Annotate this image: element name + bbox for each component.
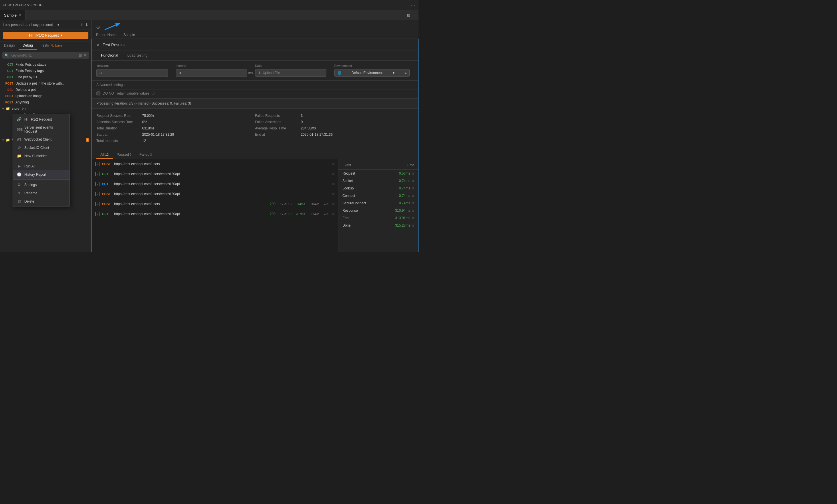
- clear-search-icon[interactable]: ✕: [84, 53, 87, 57]
- req-item-1[interactable]: ✓ GET https://rest.echoapi.com/users/ech…: [92, 169, 338, 179]
- req-item-3[interactable]: ✓ POST https://rest.echoapi.com/users/ec…: [92, 189, 338, 199]
- ctx-ws-client[interactable]: WS WebSocket Client: [13, 135, 70, 144]
- tab-all[interactable]: All12: [96, 151, 113, 159]
- stat-value: 0%: [142, 120, 147, 124]
- cloud-up-icon[interactable]: ⬆: [81, 23, 84, 27]
- tab-load-testing[interactable]: Load testing: [123, 51, 152, 60]
- add-icon[interactable]: ⊕: [96, 24, 100, 30]
- timing-copy-2[interactable]: ⧉: [412, 187, 414, 190]
- ctx-delete[interactable]: 🗑 Delete: [13, 197, 70, 205]
- tab-design[interactable]: Design: [0, 41, 19, 50]
- search-input[interactable]: [11, 53, 77, 57]
- method-badge: GET: [3, 76, 13, 79]
- req-item-0[interactable]: ✓ POST https://rest.echoapi.com/users ⧉: [92, 159, 338, 169]
- ctx-new-subfolder[interactable]: 📁 New Subfolder: [13, 152, 70, 160]
- req-method-0: POST: [102, 162, 112, 166]
- breadcrumb-chevron[interactable]: ▾: [57, 23, 59, 27]
- cloud-down-icon[interactable]: ⬇: [85, 23, 88, 27]
- upload-file-button[interactable]: ⬆ Upload File: [255, 69, 327, 77]
- timing-copy-3[interactable]: ⧉: [412, 194, 414, 198]
- ctx-settings[interactable]: ⚙ Settings: [13, 181, 70, 189]
- env-selector[interactable]: 🌐 Default Environment ▾ ≡: [334, 69, 410, 77]
- tab-debug[interactable]: Debug: [19, 41, 37, 50]
- filter-icon[interactable]: ⊞: [79, 53, 82, 57]
- ctx-socketio-client[interactable]: ⊙ Socket.IO Client: [13, 144, 70, 152]
- tab-load-testing-label: Load testing: [127, 53, 148, 57]
- tree-item-2[interactable]: GET Find pet by ID: [0, 74, 91, 80]
- req-url-5: https://rest.echoapi.com/users/echo%20ap…: [114, 212, 267, 216]
- tab-tests[interactable]: Tests No Limits: [37, 41, 67, 50]
- req-duration-5: 207ms: [296, 212, 305, 216]
- tree-item-5[interactable]: POST uploads an image: [0, 93, 91, 99]
- timing-copy-5[interactable]: ⧉: [412, 209, 414, 212]
- timing-copy-4[interactable]: ⧉: [412, 201, 414, 205]
- timing-copy-6[interactable]: ⧉: [412, 216, 414, 220]
- do-not-retain-checkbox[interactable]: [96, 91, 101, 95]
- http-request-button[interactable]: HTTP1/2 Request ▾: [3, 32, 88, 39]
- req-method-1: GET: [102, 172, 112, 176]
- ctx-run-icon: ▶: [17, 164, 21, 168]
- req-item-5[interactable]: ✓ GET https://rest.echoapi.com/users/ech…: [92, 209, 338, 219]
- app-title: ECHOAPI FOR VS CODE: [3, 3, 42, 7]
- breadcrumb-part2[interactable]: Lucy personal ...: [31, 23, 56, 27]
- copy-icon-3[interactable]: ⧉: [332, 192, 335, 196]
- req-method-2: PUT: [102, 182, 112, 186]
- req-check-2: ✓: [95, 182, 100, 186]
- tree-item-6[interactable]: POST Anything: [0, 99, 91, 106]
- ctx-http-request[interactable]: 🔗 HTTP1/2 Request: [13, 115, 70, 124]
- advanced-settings-row: Advanced settings: [92, 80, 418, 89]
- timing-copy-7[interactable]: ⧉: [412, 224, 414, 227]
- tree-item-4[interactable]: DEL Deletes a pet: [0, 87, 91, 93]
- tab-functional[interactable]: Functional: [96, 51, 123, 60]
- breadcrumb-part1[interactable]: Lucy personal ...: [3, 23, 28, 27]
- stat-failed-assertions: Failed Assertions 0: [255, 119, 414, 125]
- req-iter-4: 2/3: [324, 202, 328, 206]
- split-view-icon[interactable]: ⊟: [407, 13, 410, 17]
- ctx-sse-label: Server sent events Request: [24, 126, 66, 133]
- ctx-socketio-icon: ⊙: [17, 145, 21, 150]
- tab-failed-label: Failed: [139, 152, 149, 156]
- timing-val-6: 313.91ms: [395, 216, 410, 220]
- tree-item-0[interactable]: GET Finds Pets by status: [0, 61, 91, 68]
- req-item-4[interactable]: ✓ POST https://rest.echoapi.com/users 20…: [92, 199, 338, 209]
- timing-label-0: Request: [342, 171, 355, 175]
- req-method-4: POST: [102, 202, 112, 206]
- folder-store[interactable]: ▾ 📁 store (4): [0, 106, 91, 112]
- top-bar-dots[interactable]: ···: [411, 3, 416, 7]
- config-environment: Environment 🌐 Default Environment ▾ ≡: [334, 64, 414, 77]
- interval-value[interactable]: 0: [176, 69, 247, 77]
- tab-failed[interactable]: Failed3: [135, 151, 156, 159]
- ctx-sse-request[interactable]: SSE Server sent events Request: [13, 124, 70, 135]
- ctx-rename[interactable]: ✎ Rename: [13, 189, 70, 197]
- iterations-value[interactable]: 3: [96, 69, 168, 77]
- ctx-sep-2: [13, 180, 70, 180]
- tab-sample[interactable]: Sample ✕: [0, 10, 25, 20]
- timing-val-5: 310.94ms: [395, 209, 410, 212]
- env-menu-icon[interactable]: ≡: [405, 71, 407, 75]
- ctx-history-report[interactable]: 🕐 History Report: [13, 170, 70, 179]
- tab-bar-actions: ⊟ ···: [407, 13, 418, 17]
- req-item-2[interactable]: ✓ PUT https://rest.echoapi.com/users/ech…: [92, 179, 338, 189]
- test-results-close[interactable]: ✕: [96, 42, 100, 47]
- interval-unit: ms: [248, 71, 253, 75]
- copy-icon-5[interactable]: ⧉: [332, 212, 335, 216]
- copy-icon-4[interactable]: ⧉: [332, 202, 335, 206]
- tree-item-3[interactable]: POST Updates a pet in the store with...: [0, 80, 91, 87]
- stats-col-left: Request Success Rate 75.00% Assertion Su…: [96, 113, 255, 144]
- stat-end: End at 2025-01-18 17:31:36: [255, 131, 414, 138]
- timing-label-3: Connect: [342, 194, 355, 198]
- copy-icon-1[interactable]: ⧉: [332, 172, 335, 176]
- timing-copy-0[interactable]: ⧉: [412, 172, 414, 175]
- stat-label: Start at: [96, 133, 142, 136]
- ctx-run-all[interactable]: ▶ Run All: [13, 162, 70, 170]
- tab-close-icon[interactable]: ✕: [18, 13, 21, 17]
- timing-copy-1[interactable]: ⧉: [412, 179, 414, 183]
- tree-item-1[interactable]: GET Finds Pets by tags: [0, 68, 91, 74]
- more-actions-icon[interactable]: ···: [412, 13, 416, 17]
- tab-passed[interactable]: Passed9: [113, 151, 136, 159]
- copy-icon-0[interactable]: ⧉: [332, 162, 335, 166]
- stat-label: Total Duration: [96, 126, 142, 130]
- timing-row-6: End 313.91ms ⧉: [338, 214, 418, 222]
- copy-icon-2[interactable]: ⧉: [332, 182, 335, 186]
- interval-row: 0 ms: [176, 69, 255, 77]
